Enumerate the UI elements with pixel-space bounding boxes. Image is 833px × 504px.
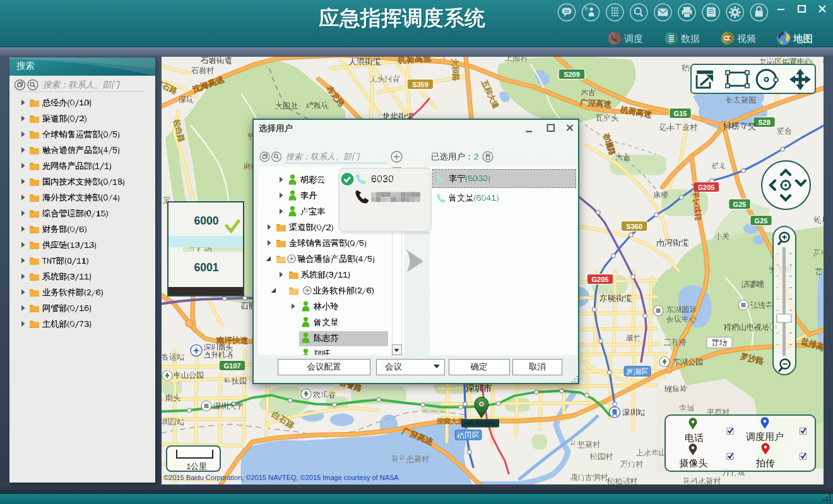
svg-text:S359: S359 [412,80,428,88]
svg-text:S28: S28 [758,118,771,126]
svg-text:S360: S360 [626,222,642,230]
svg-text:G25: G25 [733,200,747,208]
svg-text:G205: G205 [592,275,609,283]
svg-text:G107: G107 [224,361,241,369]
svg-text:G15: G15 [674,109,687,117]
svg-text:S209: S209 [564,70,580,78]
svg-text:G25: G25 [755,216,768,224]
svg-text:G205: G205 [698,183,715,190]
